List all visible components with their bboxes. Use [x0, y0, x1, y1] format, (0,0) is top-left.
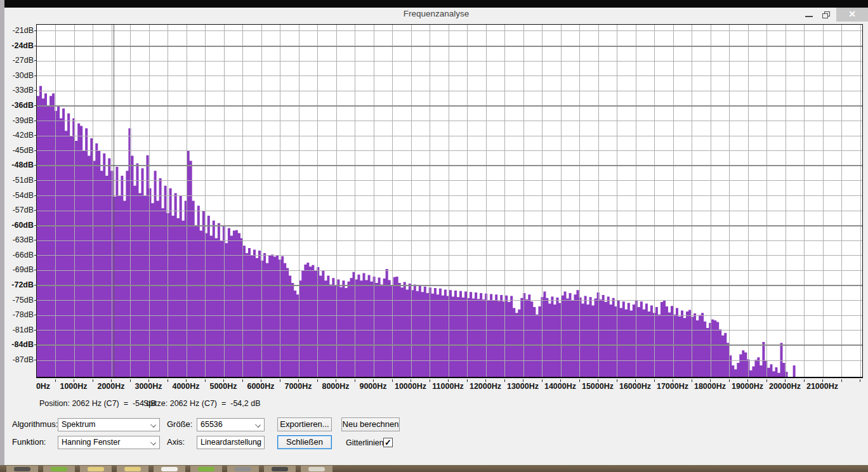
x-axis-tick: [542, 379, 542, 382]
x-axis-tick: [168, 379, 168, 382]
export-button[interactable]: Exportieren...: [277, 417, 332, 431]
function-select[interactable]: Hanning Fenster: [58, 436, 160, 449]
y-axis-tick: [34, 165, 37, 166]
minimize-button[interactable]: [801, 8, 817, 22]
taskbar-tile-icon: [198, 467, 214, 471]
taskbar-tile[interactable]: [80, 466, 112, 472]
algorithm-label: Algorithmus:: [12, 417, 58, 431]
x-axis-tick: [74, 379, 74, 382]
status-peak: Spitze: 2062 Hz (C7) = -54,2 dB: [143, 399, 260, 408]
chevron-down-icon: [150, 422, 156, 428]
y-axis-label: -60dB: [0, 220, 34, 230]
y-axis-tick: [34, 344, 37, 345]
close-button[interactable]: ✕: [836, 8, 868, 22]
taskbar-tile[interactable]: [154, 466, 185, 472]
x-axis-tick: [617, 379, 617, 382]
y-axis-label: -81dB: [0, 325, 34, 335]
y-axis-label: -66dB: [0, 250, 34, 260]
taskbar-tile[interactable]: [6, 466, 38, 472]
taskbar-tile-icon: [51, 467, 67, 471]
y-axis-tick: [34, 195, 37, 196]
y-axis-label: -84dB: [0, 339, 34, 350]
y-axis-tick: [34, 30, 37, 31]
x-axis-tick: [860, 379, 860, 382]
y-axis-label: -69dB: [0, 265, 34, 275]
x-axis-tick: [355, 379, 355, 382]
x-axis-tick: [373, 379, 374, 382]
y-axis-label: -45dB: [0, 145, 34, 155]
y-axis-tick: [34, 270, 37, 270]
x-axis-tick: [673, 379, 673, 382]
taskbar-tile[interactable]: [301, 466, 332, 472]
spectrum-plot-area[interactable]: [36, 24, 863, 378]
window-title: Frequenzanalyse: [4, 9, 868, 18]
x-axis-tick: [55, 379, 56, 382]
y-axis-tick: [34, 121, 37, 121]
taskbar-strip: [0, 465, 868, 472]
taskbar-tile-icon: [88, 467, 104, 471]
x-axis-tick: [411, 379, 411, 382]
x-axis-tick: [448, 379, 449, 382]
x-axis-tick: [504, 379, 505, 382]
y-axis-tick: [34, 330, 37, 331]
x-axis-tick: [261, 379, 261, 382]
y-axis-label: -21dB: [0, 25, 34, 36]
y-axis-label: -39dB: [0, 115, 34, 126]
axis-select[interactable]: Lineardarstellung: [197, 436, 265, 449]
y-axis-tick: [34, 315, 37, 315]
y-axis-label: -78dB: [0, 310, 34, 320]
x-axis-tick: [336, 379, 336, 382]
gridlines-checkbox[interactable]: ✓: [383, 438, 393, 447]
spectrum-chart[interactable]: [37, 25, 862, 377]
y-axis-label: -87dB: [0, 355, 34, 365]
x-axis-tick: [635, 379, 636, 382]
spectrum-area: [37, 86, 801, 377]
taskbar-tile-icon: [308, 467, 325, 471]
y-axis-label: -33dB: [0, 85, 34, 95]
x-axis-tick: [804, 379, 805, 382]
x-axis-label: 21000Hz: [798, 382, 846, 391]
y-axis-tick: [34, 240, 37, 240]
x-axis-tick: [822, 379, 823, 382]
x-axis-tick: [598, 379, 598, 382]
y-axis-tick: [34, 225, 37, 226]
status-position: Position: 2062 Hz (C7) = -54 dB: [39, 399, 156, 408]
taskbar-tile[interactable]: [190, 466, 222, 472]
y-axis-label: -27dB: [0, 55, 34, 65]
y-axis-tick: [34, 60, 37, 61]
close-dialog-button[interactable]: Schließen: [277, 435, 332, 449]
y-axis-tick: [34, 210, 37, 211]
x-axis-tick: [729, 379, 730, 382]
y-axis-tick: [34, 75, 37, 76]
y-axis-tick: [34, 105, 37, 106]
x-axis-tick: [317, 379, 318, 382]
y-axis-label: -24dB: [0, 41, 34, 51]
x-axis-tick: [560, 379, 561, 382]
gridlines-label: Gitterlinien: [346, 436, 384, 450]
x-axis-tick: [93, 379, 93, 382]
taskbar-tile[interactable]: [117, 466, 148, 472]
restore-button[interactable]: [819, 8, 835, 22]
y-axis-tick: [34, 285, 37, 285]
y-axis-tick: [34, 300, 37, 301]
taskbar-tile[interactable]: [227, 466, 259, 472]
recalculate-button[interactable]: Neu berechnen: [341, 417, 400, 431]
algorithm-select[interactable]: Spektrum: [58, 418, 160, 431]
background-window-strip: [4, 0, 868, 8]
close-icon: ✕: [848, 9, 856, 19]
x-axis-tick: [766, 379, 767, 382]
x-axis-tick: [298, 379, 299, 382]
x-axis-tick: [223, 379, 224, 382]
x-axis-tick: [710, 379, 711, 382]
y-axis-label: -48dB: [0, 160, 34, 170]
y-axis-tick: [34, 360, 37, 360]
size-select[interactable]: 65536: [197, 418, 265, 431]
taskbar-tile-icon: [235, 467, 251, 471]
taskbar-tile[interactable]: [264, 466, 296, 472]
x-axis-tick: [392, 379, 393, 382]
y-axis-tick: [34, 135, 37, 136]
x-axis-tick: [485, 379, 486, 382]
taskbar-tile-icon: [14, 467, 30, 471]
taskbar-tile[interactable]: [43, 466, 75, 472]
chevron-down-icon: [150, 440, 156, 445]
